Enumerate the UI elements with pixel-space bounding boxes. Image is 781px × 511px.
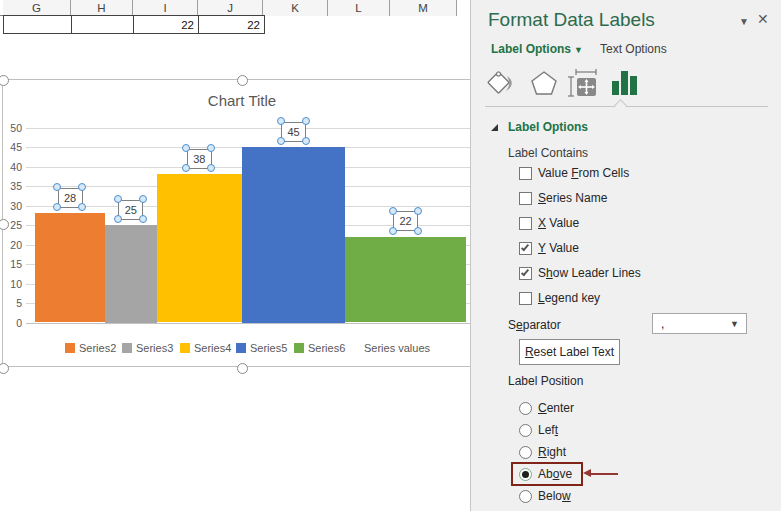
legend-item-Series2[interactable]: Series2 — [65, 342, 116, 354]
chart-title[interactable]: Chart Title — [3, 92, 481, 109]
chart[interactable]: Chart Title 0510152025303540455028253845… — [2, 79, 480, 367]
selection-handle[interactable] — [114, 195, 122, 203]
cell-J[interactable]: 22 — [199, 16, 264, 33]
label-position-heading: Label Position — [508, 374, 583, 388]
radio-row-below[interactable]: Below — [519, 489, 571, 503]
checkbox-row-y-value[interactable]: Y Value — [519, 241, 579, 255]
bar-Series6[interactable] — [345, 237, 466, 323]
label-options-section-title[interactable]: Label Options — [508, 120, 588, 134]
radio-label[interactable]: Below — [538, 489, 571, 503]
checkmark-icon — [521, 242, 529, 251]
selection-handle[interactable] — [114, 215, 122, 223]
radio-row-center[interactable]: Center — [519, 401, 574, 415]
collapse-triangle-icon[interactable] — [491, 124, 498, 131]
checkbox-label[interactable]: Legend key — [538, 291, 600, 305]
selection-handle[interactable] — [207, 164, 215, 172]
separator-dropdown[interactable]: , ▼ — [652, 313, 747, 334]
selection-handle[interactable] — [139, 215, 147, 223]
legend-item-Series4[interactable]: Series4 — [180, 342, 231, 354]
column-header-H[interactable]: H — [71, 0, 133, 16]
selection-handle[interactable] — [78, 183, 86, 191]
selection-handle[interactable] — [389, 207, 397, 215]
legend-swatch — [294, 343, 304, 353]
chart-selection-handle[interactable] — [0, 75, 9, 86]
selection-handle[interactable] — [182, 164, 190, 172]
radio-button[interactable] — [519, 424, 532, 437]
checkbox-label[interactable]: Series Name — [538, 191, 607, 205]
checkbox[interactable] — [519, 267, 532, 280]
selection-handle[interactable] — [53, 203, 61, 211]
legend-item-series-values[interactable]: Series values — [364, 342, 430, 354]
column-header-J[interactable]: J — [198, 0, 263, 16]
bar-Series2[interactable] — [35, 213, 105, 322]
checkbox-label[interactable]: X Value — [538, 216, 579, 230]
legend-item-Series3[interactable]: Series3 — [122, 342, 173, 354]
radio-button[interactable] — [519, 402, 532, 415]
selection-handle[interactable] — [139, 195, 147, 203]
checkbox[interactable] — [519, 242, 532, 255]
cell-I[interactable]: 22 — [134, 16, 199, 33]
tab-label-options[interactable]: Label Options — [491, 42, 571, 56]
bar-Series5[interactable] — [242, 147, 345, 323]
chart-selection-handle[interactable] — [237, 75, 248, 86]
checkbox-label[interactable]: Y Value — [538, 241, 579, 255]
radio-label[interactable]: Center — [538, 401, 574, 415]
checkbox-label[interactable]: Show Leader Lines — [538, 266, 641, 280]
checkbox-row-legend-key[interactable]: Legend key — [519, 291, 600, 305]
effects-icon[interactable] — [529, 68, 561, 98]
cell-G[interactable] — [4, 16, 72, 33]
size-properties-icon[interactable] — [567, 68, 599, 98]
checkbox-row-x-value[interactable]: X Value — [519, 216, 579, 230]
chart-columns-icon[interactable] — [611, 68, 639, 98]
selection-handle[interactable] — [207, 144, 215, 152]
radio-row-right[interactable]: Right — [519, 445, 566, 459]
radio-label[interactable]: Right — [538, 445, 566, 459]
chart-selection-handle[interactable] — [0, 219, 9, 230]
chart-selection-handle[interactable] — [0, 363, 9, 374]
radio-row-left[interactable]: Left — [519, 423, 558, 437]
column-header-L[interactable]: L — [328, 0, 390, 16]
selection-handle[interactable] — [414, 227, 422, 235]
bar-Series3[interactable] — [105, 225, 157, 323]
checkbox[interactable] — [519, 217, 532, 230]
checkbox[interactable] — [519, 292, 532, 305]
legend-label: Series5 — [250, 342, 287, 354]
selection-handle[interactable] — [389, 227, 397, 235]
checkbox-row-show-leader-lines[interactable]: Show Leader Lines — [519, 266, 641, 280]
spreadsheet-area: GHIJKLM 2222 — [0, 0, 470, 60]
legend-swatch — [65, 343, 75, 353]
radio-button[interactable] — [519, 490, 532, 503]
pane-title: Format Data Labels — [488, 9, 655, 31]
column-header-M[interactable]: M — [390, 0, 457, 16]
format-data-labels-pane: Format Data Labels ▼ ✕ Label Options ▼ T… — [470, 0, 781, 511]
fill-icon[interactable] — [487, 68, 519, 98]
gridline — [26, 128, 471, 129]
checkbox-row-series-name[interactable]: Series Name — [519, 191, 607, 205]
pane-menu-caret-icon[interactable]: ▼ — [739, 16, 749, 27]
radio-button[interactable] — [519, 446, 532, 459]
checkbox-label[interactable]: Value From Cells — [538, 166, 629, 180]
checkbox[interactable] — [519, 167, 532, 180]
selection-handle[interactable] — [277, 117, 285, 125]
pane-close-icon[interactable]: ✕ — [757, 11, 769, 27]
checkbox[interactable] — [519, 192, 532, 205]
separator-value: , — [661, 317, 664, 331]
selection-handle[interactable] — [302, 117, 310, 125]
column-header-I[interactable]: I — [133, 0, 198, 16]
label-options-caret-icon[interactable]: ▼ — [574, 45, 583, 55]
tab-text-options[interactable]: Text Options — [600, 42, 667, 56]
cell-H[interactable] — [72, 16, 134, 33]
column-header-K[interactable]: K — [263, 0, 328, 16]
reset-label-text-button[interactable]: Reset Label Text — [519, 339, 620, 365]
selection-handle[interactable] — [277, 137, 285, 145]
legend-item-Series6[interactable]: Series6 — [294, 342, 345, 354]
selection-handle[interactable] — [78, 203, 86, 211]
radio-label[interactable]: Left — [538, 423, 558, 437]
checkbox-row-value-from-cells[interactable]: Value From Cells — [519, 166, 629, 180]
chart-selection-handle[interactable] — [237, 363, 248, 374]
selection-handle[interactable] — [302, 137, 310, 145]
column-header-G[interactable]: G — [3, 0, 71, 16]
selection-handle[interactable] — [414, 207, 422, 215]
bar-Series4[interactable] — [157, 174, 243, 322]
legend-item-Series5[interactable]: Series5 — [236, 342, 287, 354]
